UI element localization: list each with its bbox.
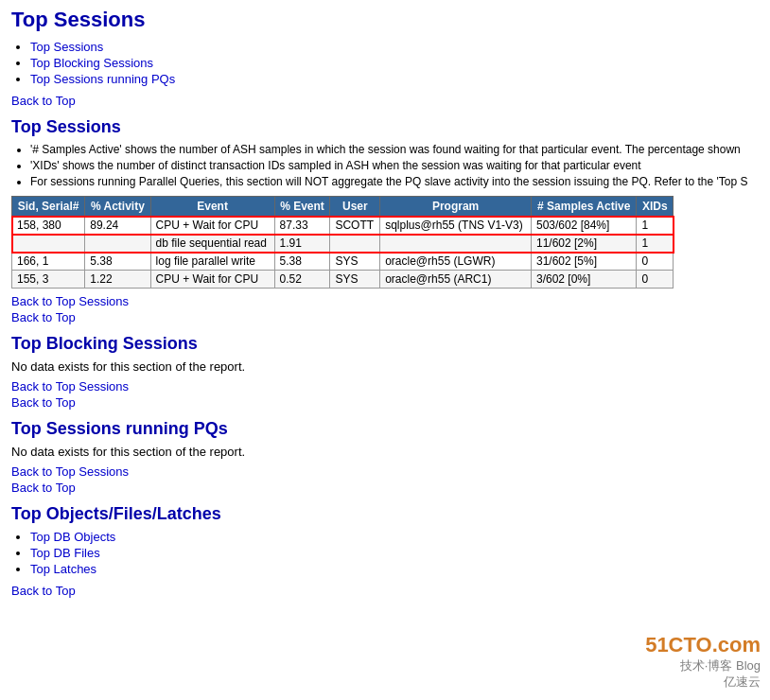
back-links-blocking: Back to Top Sessions Back to Top	[11, 379, 759, 410]
cell-pct-event: 5.38	[274, 253, 330, 271]
nav-link-db-objects[interactable]: Top DB Objects	[30, 530, 115, 544]
nav-item-top-latches[interactable]: Top Latches	[30, 562, 759, 576]
nav-link-top-latches[interactable]: Top Latches	[30, 562, 96, 576]
top-objects-title: Top Objects/Files/Latches	[11, 504, 759, 524]
cell-samples: 3/602 [0%]	[531, 271, 637, 289]
cell-user: SYS	[330, 271, 380, 289]
nav-item-top-blocking[interactable]: Top Blocking Sessions	[30, 56, 759, 70]
nav-item-db-objects[interactable]: Top DB Objects	[30, 530, 759, 544]
back-to-top-sessions-link-4[interactable]: Back to Top Sessions	[11, 464, 759, 479]
cell-samples: 11/602 [2%]	[531, 235, 637, 253]
top-objects-section: Top Objects/Files/Latches Top DB Objects…	[11, 504, 759, 598]
desc-item-3: For sessions running Parallel Queries, t…	[30, 175, 759, 188]
top-blocking-section: Top Blocking Sessions No data exists for…	[11, 334, 759, 410]
th-pct-event: % Event	[274, 197, 330, 217]
cell-pct-event: 1.91	[274, 235, 330, 253]
cell-user: SYS	[330, 253, 380, 271]
desc-item-1: '# Samples Active' shows the number of A…	[30, 143, 759, 156]
back-links-objects: Back to Top	[11, 584, 759, 598]
back-to-top-sessions-link-2[interactable]: Back to Top Sessions	[11, 294, 759, 308]
th-event: Event	[150, 197, 274, 217]
cell-xids: 1	[637, 217, 674, 235]
cell-user: SCOTT	[330, 217, 380, 235]
cell-pct-event: 87.33	[274, 217, 330, 235]
table-row: 166, 1 5.38 log file parallel write 5.38…	[12, 253, 674, 271]
cell-program: oracle@rh55 (LGWR)	[380, 253, 532, 271]
cell-samples: 503/602 [84%]	[531, 217, 637, 235]
table-row: 155, 3 1.22 CPU + Wait for CPU 0.52 SYS …	[12, 271, 674, 289]
table-row: db file sequential read 1.91 11/602 [2%]…	[12, 235, 674, 253]
nav-link-top-pq[interactable]: Top Sessions running PQs	[30, 72, 175, 86]
desc-item-2: 'XIDs' shows the number of distinct tran…	[30, 159, 759, 172]
nav-item-db-files[interactable]: Top DB Files	[30, 546, 759, 560]
th-sid: Sid, Serial#	[12, 197, 85, 217]
top-sessions-section: Top Sessions '# Samples Active' shows th…	[11, 117, 759, 324]
cell-sid: 155, 3	[12, 271, 85, 289]
back-to-top-link-1[interactable]: Back to Top	[11, 94, 759, 108]
cell-program: sqlplus@rh55 (TNS V1-V3)	[380, 217, 532, 235]
top-pq-section: Top Sessions running PQs No data exists …	[11, 419, 759, 495]
table-row: 158, 380 89.24 CPU + Wait for CPU 87.33 …	[12, 217, 674, 235]
back-to-top-sessions-link-3[interactable]: Back to Top Sessions	[11, 379, 759, 394]
nav-item-top-sessions[interactable]: Top Sessions	[30, 40, 759, 54]
th-samples: # Samples Active	[531, 197, 637, 217]
cell-activity: 5.38	[85, 253, 150, 271]
cell-sid: 166, 1	[12, 253, 85, 271]
objects-nav-list: Top DB Objects Top DB Files Top Latches	[30, 530, 759, 576]
cell-program: oracle@rh55 (ARC1)	[380, 271, 532, 289]
th-xids: XIDs	[637, 197, 674, 217]
back-to-top-link-3[interactable]: Back to Top	[11, 395, 759, 410]
cell-user	[330, 235, 380, 253]
back-to-top-link-4[interactable]: Back to Top	[11, 481, 759, 495]
nav-link-top-blocking[interactable]: Top Blocking Sessions	[30, 56, 153, 70]
cell-event: CPU + Wait for CPU	[150, 217, 274, 235]
back-links-top-1: Back to Top	[11, 94, 759, 108]
cell-xids: 0	[637, 253, 674, 271]
nav-link-db-files[interactable]: Top DB Files	[30, 546, 100, 560]
top-sessions-title: Top Sessions	[11, 117, 759, 137]
nav-link-top-sessions[interactable]: Top Sessions	[30, 40, 103, 54]
th-user: User	[330, 197, 380, 217]
nav-list: Top Sessions Top Blocking Sessions Top S…	[30, 40, 759, 86]
top-pq-title: Top Sessions running PQs	[11, 419, 759, 439]
pq-no-data: No data exists for this section of the r…	[11, 445, 759, 459]
th-activity: % Activity	[85, 197, 150, 217]
cell-pct-event: 0.52	[274, 271, 330, 289]
cell-activity: 1.22	[85, 271, 150, 289]
blocking-no-data: No data exists for this section of the r…	[11, 359, 759, 374]
top-blocking-title: Top Blocking Sessions	[11, 334, 759, 354]
cell-event: CPU + Wait for CPU	[150, 271, 274, 289]
back-links-sessions-2: Back to Top Sessions Back to Top	[11, 294, 759, 324]
cell-event: db file sequential read	[150, 235, 274, 253]
cell-sid: 158, 380	[12, 217, 85, 235]
page-title: Top Sessions	[11, 8, 759, 32]
cell-sid	[12, 235, 85, 253]
cell-xids: 0	[637, 271, 674, 289]
cell-program	[380, 235, 532, 253]
back-to-top-link-5[interactable]: Back to Top	[11, 584, 759, 598]
description-list: '# Samples Active' shows the number of A…	[30, 143, 759, 188]
cell-samples: 31/602 [5%]	[531, 253, 637, 271]
th-program: Program	[380, 197, 532, 217]
cell-xids: 1	[637, 235, 674, 253]
cell-activity	[85, 235, 150, 253]
back-links-pq: Back to Top Sessions Back to Top	[11, 464, 759, 495]
cell-event: log file parallel write	[150, 253, 274, 271]
nav-item-top-pq[interactable]: Top Sessions running PQs	[30, 72, 759, 86]
sessions-table: Sid, Serial# % Activity Event % Event Us…	[11, 196, 674, 289]
cell-activity: 89.24	[85, 217, 150, 235]
back-to-top-link-2[interactable]: Back to Top	[11, 310, 759, 324]
table-header-row: Sid, Serial# % Activity Event % Event Us…	[12, 197, 674, 217]
